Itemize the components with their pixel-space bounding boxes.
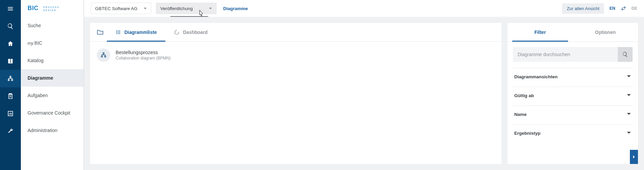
svg-point-5 <box>116 32 117 33</box>
filter-section-diagrammansichten[interactable]: Diagrammansichten <box>513 68 633 85</box>
rail-catalog[interactable] <box>0 52 21 70</box>
filter-search-button[interactable] <box>618 47 633 62</box>
svg-text:PROCESS: PROCESS <box>43 6 59 8</box>
list-item-subtitle: Collaboration diagram (BPMN) <box>116 56 170 60</box>
rail-search[interactable] <box>0 17 21 35</box>
spinner-icon <box>174 30 179 35</box>
side-tab-filter[interactable]: Filter <box>508 23 573 41</box>
filter-section-label: Gültig ab <box>514 93 534 98</box>
filter-section-label: Diagrammansichten <box>514 74 558 79</box>
tab-label: Dashboard <box>183 30 207 35</box>
search-icon <box>7 23 14 30</box>
topbar: GBTEC Software AG Veröffentlichung Diagr… <box>84 0 644 17</box>
drawer-item-label: Governance Cockpit <box>28 110 70 116</box>
svg-text:BIC: BIC <box>28 5 39 11</box>
breadcrumb-diagramme[interactable]: Diagramme <box>223 6 248 11</box>
chevron-down-icon <box>627 74 631 80</box>
filter-section-label: Ergebnistyp <box>514 131 540 136</box>
clipboard-icon <box>7 93 14 99</box>
filter-search-row <box>513 47 633 62</box>
wrench-icon <box>7 128 14 134</box>
stage-select[interactable]: Veröffentlichung <box>156 3 216 14</box>
lang-en[interactable]: EN <box>609 6 615 11</box>
rail-diagrams[interactable] <box>0 70 21 87</box>
drawer-item-label: Katalog <box>28 58 43 63</box>
drawer-item-administration[interactable]: Administration <box>21 122 84 139</box>
filter-section-label: Name <box>514 112 527 117</box>
filter-section-ergebnistyp[interactable]: Ergebnistyp <box>513 124 633 142</box>
drawer-item-label: BIC <box>34 40 42 46</box>
filter-section-name[interactable]: Name <box>513 105 633 123</box>
lang-swap-button[interactable] <box>621 6 626 11</box>
tenant-select-value: GBTEC Software AG <box>95 6 137 11</box>
side-body: Diagrammansichten Gültig ab Name Ergebni… <box>508 42 638 164</box>
chevron-down-icon <box>144 7 147 10</box>
svg-rect-4 <box>118 31 120 31</box>
rail-admin[interactable] <box>0 122 21 140</box>
list-item-title: Bestellungsprozess <box>116 50 170 55</box>
side-tab-optionen[interactable]: Optionen <box>573 23 638 41</box>
tenant-select[interactable]: GBTEC Software AG <box>91 3 151 14</box>
menu-icon <box>7 5 14 12</box>
svg-point-3 <box>116 30 117 31</box>
drawer-item-label: Aufgaben <box>28 93 48 98</box>
chevron-down-icon <box>209 7 212 10</box>
drawer-item-prefix: my <box>28 41 33 46</box>
drawer-item-governance[interactable]: Governance Cockpit <box>21 104 84 122</box>
list-body: Bestellungsprozess Collaboration diagram… <box>90 42 501 164</box>
chart-icon <box>7 110 14 117</box>
tab-diagrammliste[interactable]: Diagrammliste <box>107 23 165 41</box>
icon-rail <box>0 0 21 170</box>
side-tabs: Filter Optionen <box>508 23 638 42</box>
list-panel: Diagrammliste Dashboard Bestellungsproze… <box>90 23 501 164</box>
drawer-item-aufgaben[interactable]: Aufgaben <box>21 87 84 104</box>
drawer-item-mybic[interactable]: my BIC <box>21 34 84 52</box>
rail-governance[interactable] <box>0 105 21 122</box>
tab-dashboard[interactable]: Dashboard <box>165 23 216 41</box>
chevron-down-icon <box>627 112 631 117</box>
filter-search-input[interactable] <box>513 47 618 62</box>
main-area: Diagrammliste Dashboard Bestellungsproze… <box>84 17 644 170</box>
drawer-item-suche[interactable]: Suche <box>21 17 84 34</box>
topbar-right: Zur alten Ansicht EN DE <box>562 3 637 14</box>
folder-icon[interactable] <box>93 23 107 41</box>
list-item-text: Bestellungsprozess Collaboration diagram… <box>116 50 170 60</box>
svg-text:DESIGN: DESIGN <box>43 9 56 11</box>
hierarchy-icon <box>7 75 14 82</box>
drawer-item-katalog[interactable]: Katalog <box>21 52 84 69</box>
chevron-down-icon <box>627 130 631 136</box>
svg-rect-6 <box>118 32 120 32</box>
tab-label: Diagrammliste <box>124 30 157 35</box>
lang-de[interactable]: DE <box>632 6 637 11</box>
search-icon <box>622 51 628 57</box>
side-panel-next-button[interactable] <box>630 150 638 164</box>
side-panel: Filter Optionen Diagrammansichten Gültig… <box>508 23 638 164</box>
svg-rect-8 <box>118 33 120 34</box>
bic-logo-icon: BIC PROCESS DESIGN <box>28 5 79 12</box>
list-tabs: Diagrammliste Dashboard <box>90 23 501 42</box>
book-icon <box>7 58 14 65</box>
stage-select-value: Veröffentlichung <box>160 6 193 11</box>
svg-point-7 <box>116 33 117 34</box>
home-icon <box>7 40 14 47</box>
list-icon <box>116 30 121 35</box>
drawer-item-diagramme[interactable]: Diagramme <box>21 69 84 87</box>
rail-home[interactable] <box>0 35 21 52</box>
drawer: BIC PROCESS DESIGN Suche my BIC Katalog … <box>21 0 84 170</box>
drawer-item-label: Administration <box>28 128 57 133</box>
old-view-button[interactable]: Zur alten Ansicht <box>562 3 604 14</box>
chevron-down-icon <box>627 93 631 98</box>
logo: BIC PROCESS DESIGN <box>21 0 84 17</box>
drawer-item-label: Diagramme <box>28 75 53 81</box>
filter-section-gueltig-ab[interactable]: Gültig ab <box>513 87 633 104</box>
chevron-right-icon <box>632 155 636 159</box>
list-item[interactable]: Bestellungsprozess Collaboration diagram… <box>95 45 496 65</box>
rail-tasks[interactable] <box>0 87 21 105</box>
drawer-item-label: Suche <box>28 23 41 28</box>
rail-menu[interactable] <box>0 0 21 17</box>
diagram-type-icon <box>97 48 110 62</box>
swap-icon <box>621 6 626 11</box>
